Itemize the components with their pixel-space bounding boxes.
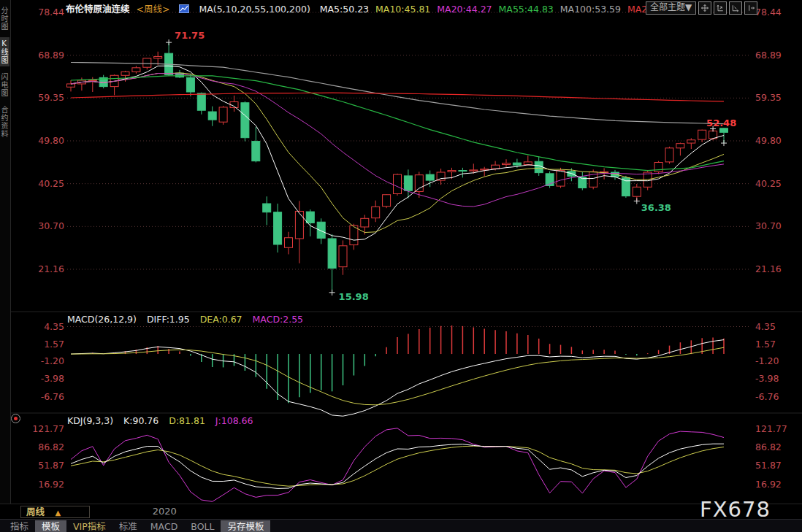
candle-up bbox=[295, 211, 303, 238]
symbol-name: 布伦特原油连续 bbox=[66, 4, 130, 15]
macd-axis-tick-left: 1.57 bbox=[44, 339, 64, 350]
chart-window-controls: 全部主题▼ bbox=[646, 1, 757, 15]
toolbar-tab[interactable]: 标准 bbox=[112, 520, 144, 532]
candle-up bbox=[492, 165, 500, 169]
main-axis-tick-right: 30.70 bbox=[755, 220, 782, 231]
sidebar-item-tab[interactable]: 闪电图 bbox=[0, 71, 9, 99]
bottom-toolbar: 指标模板VIP指标标准MACDBOLL另存模板 bbox=[0, 519, 802, 532]
main-axis-tick-right: 78.44 bbox=[755, 7, 782, 18]
candle-up bbox=[470, 170, 478, 171]
main-axis-tick-right: 68.89 bbox=[755, 50, 782, 61]
toolbar-tab[interactable]: 另存模板 bbox=[221, 520, 270, 532]
candle-up bbox=[285, 238, 293, 248]
extreme-price-marker bbox=[634, 198, 640, 204]
macd-axis-tick-left: 4.35 bbox=[44, 321, 64, 332]
ma-line-ma55 bbox=[71, 76, 724, 171]
kdj-indicator-header: KDJ(9,3,3) K:90.76 D:81.81 J:108.66 bbox=[67, 415, 261, 426]
candle-down bbox=[263, 204, 271, 212]
sidebar-item-tab[interactable]: 合约资料 bbox=[0, 104, 9, 140]
toolbar-tab[interactable]: MACD bbox=[144, 520, 184, 532]
kdj-k-value: K:90.76 bbox=[123, 415, 159, 426]
chart-header: 布伦特原油连续 <周线> MA(5,10,20,55,100,200) MA5:… bbox=[66, 1, 695, 12]
kdj-axis-tick-left: 86.82 bbox=[38, 442, 64, 452]
macd-axis-tick-left: -3.98 bbox=[41, 373, 64, 384]
kdj-axis-tick-right: 121.77 bbox=[755, 423, 787, 434]
candle-down bbox=[404, 176, 412, 190]
macd-axis-tick-left: -1.20 bbox=[41, 355, 64, 366]
period-selector[interactable]: 周线 ▲ bbox=[20, 506, 90, 518]
panel-settings-icon[interactable] bbox=[11, 414, 20, 423]
sidebar-item-active[interactable]: K线图 bbox=[0, 37, 9, 66]
candle-up bbox=[132, 68, 140, 72]
chart-app: 78.4478.4468.8968.8959.3559.3549.8049.80… bbox=[0, 0, 802, 532]
left-sidebar: 分时图K线图闪电图合约资料 bbox=[0, 0, 11, 504]
kdj-j-value: J:108.66 bbox=[215, 415, 253, 426]
candle-up bbox=[219, 107, 227, 122]
macd-axis-tick-right: 1.57 bbox=[755, 339, 776, 350]
scale-y-icon[interactable] bbox=[714, 1, 727, 15]
kdj-axis-tick-right: 16.92 bbox=[755, 479, 782, 490]
main-axis-tick-left: 49.80 bbox=[38, 135, 64, 146]
price-annotation: 15.98 bbox=[339, 291, 369, 302]
ma-params-label: MA(5,10,20,55,100,200) bbox=[199, 4, 310, 15]
candle-up bbox=[437, 172, 445, 180]
candle-up bbox=[687, 140, 695, 143]
kdj-d-line bbox=[71, 446, 724, 486]
scale-x-icon[interactable] bbox=[729, 1, 742, 15]
candle-up bbox=[339, 246, 347, 267]
candle-down bbox=[197, 93, 205, 110]
price-chart-canvas[interactable]: 78.4478.4468.8968.8959.3559.3549.8049.80… bbox=[0, 0, 802, 504]
main-axis-tick-left: 59.35 bbox=[38, 92, 64, 103]
candle-down bbox=[306, 212, 314, 223]
period-arrow-icon: ▲ bbox=[55, 509, 61, 517]
toolbar-tab[interactable]: 指标 bbox=[4, 520, 35, 532]
macd-axis-tick-left: -6.76 bbox=[41, 391, 64, 402]
main-axis-tick-left: 21.16 bbox=[38, 263, 64, 274]
main-axis-tick-right: 40.25 bbox=[755, 178, 782, 189]
candle-up bbox=[448, 171, 456, 172]
time-axis-bar: 周线 ▲ 2020 bbox=[0, 504, 802, 520]
ma-values: MA5:50.23MA10:45.81MA20:44.27MA55:44.83M… bbox=[320, 4, 690, 15]
macd-indicator-header: MACD(26,12,9) DIFF:1.95 DEA:0.67 MACD:2.… bbox=[67, 314, 310, 325]
fx678-watermark: FX678 bbox=[700, 497, 771, 522]
ma-value-label: MA100:53.59 bbox=[560, 4, 621, 15]
theme-select-button[interactable]: 全部主题▼ bbox=[646, 1, 696, 15]
macd-axis-tick-right: 4.35 bbox=[755, 321, 776, 332]
candle-down bbox=[622, 177, 630, 196]
pan-icon[interactable] bbox=[698, 1, 711, 15]
kdj-axis-tick-left: 121.77 bbox=[32, 423, 64, 434]
main-axis-tick-left: 68.89 bbox=[38, 50, 64, 61]
candle-down bbox=[274, 212, 282, 244]
candle-down bbox=[317, 222, 325, 238]
chart-type-icon[interactable] bbox=[179, 4, 189, 15]
candle-up bbox=[633, 187, 641, 196]
candle-down bbox=[328, 239, 336, 269]
candle-up bbox=[372, 207, 380, 217]
kdj-axis-tick-left: 16.92 bbox=[38, 479, 64, 490]
price-annotation: 52.48 bbox=[706, 117, 736, 128]
candle-up bbox=[654, 162, 662, 171]
price-annotation: 36.38 bbox=[641, 202, 671, 213]
price-annotation: 71.75 bbox=[175, 30, 205, 41]
candle-down bbox=[513, 163, 521, 165]
toolbar-tab[interactable]: BOLL bbox=[184, 520, 221, 532]
candle-up bbox=[415, 175, 423, 192]
macd-axis-tick-right: -1.20 bbox=[755, 355, 779, 366]
ma-value-label: MA55:44.83 bbox=[499, 4, 554, 15]
sidebar-item-tab[interactable]: 分时图 bbox=[0, 4, 9, 33]
period-label: 周线 bbox=[26, 506, 45, 517]
toolbar-tab[interactable]: 模板 bbox=[35, 520, 66, 532]
candle-down bbox=[568, 171, 576, 177]
candle-down bbox=[241, 103, 249, 138]
main-axis-tick-right: 59.35 bbox=[755, 92, 782, 103]
candle-down bbox=[208, 112, 216, 120]
extreme-price-marker bbox=[166, 39, 172, 45]
macd-diff-value: DIFF:1.95 bbox=[147, 314, 190, 325]
extreme-price-marker bbox=[329, 290, 335, 296]
main-axis-tick-left: 40.25 bbox=[38, 178, 64, 189]
toolbar-tab[interactable]: VIP指标 bbox=[66, 520, 112, 532]
shift-right-icon[interactable] bbox=[744, 1, 757, 15]
macd-histogram bbox=[71, 325, 724, 403]
kdj-k-line bbox=[71, 444, 724, 488]
kdj-axis-tick-right: 51.87 bbox=[755, 460, 782, 471]
